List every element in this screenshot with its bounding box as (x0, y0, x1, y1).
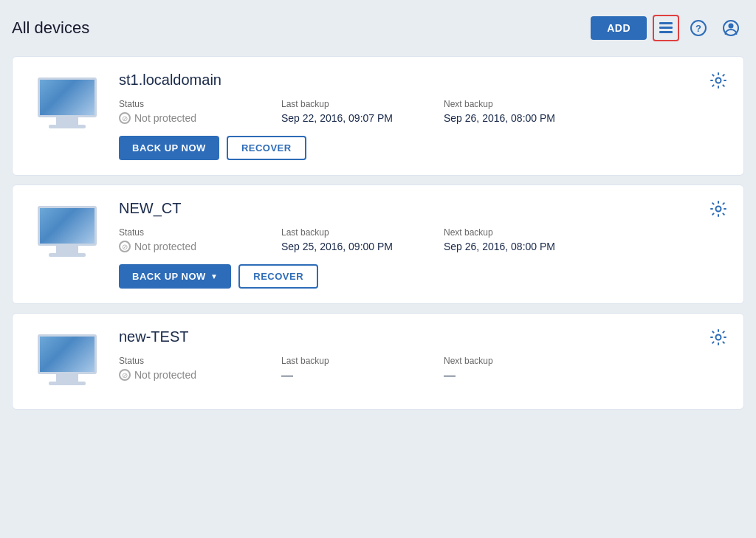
list-view-button[interactable] (653, 15, 679, 41)
app-container: All devices ADD ? (0, 0, 756, 538)
last-backup-value-1: Sep 22, 2016, 09:07 PM (281, 112, 444, 124)
monitor-image-3 (38, 334, 97, 385)
last-backup-value-3: — (281, 369, 444, 382)
status-value-1: ⊘ Not protected (119, 112, 281, 124)
device-card-3: new-TEST Status ⊘ Not protected Last bac… (12, 313, 744, 410)
backup-dropdown-chevron-2: ▼ (210, 272, 218, 280)
next-backup-value-2: Sep 26, 2016, 08:00 PM (444, 241, 606, 252)
recover-button-1[interactable]: RECOVER (227, 136, 306, 160)
profile-button[interactable] (718, 15, 744, 41)
no-protection-icon-1: ⊘ (119, 112, 131, 124)
device-icon-2 (30, 200, 104, 257)
profile-icon (723, 20, 739, 36)
svg-rect-0 (659, 22, 673, 24)
last-backup-label-2: Last backup (281, 227, 444, 238)
settings-button-2[interactable] (708, 199, 729, 219)
status-label-2: Status (119, 227, 281, 238)
device-name-2: NEW_CT (119, 200, 726, 217)
svg-rect-1 (659, 27, 673, 29)
svg-rect-2 (659, 31, 673, 33)
settings-button-3[interactable] (708, 327, 729, 348)
monitor-image-2 (38, 206, 97, 257)
recover-button-2[interactable]: RECOVER (238, 264, 318, 289)
backup-now-button-2[interactable]: BACK UP NOW ▼ (119, 264, 231, 289)
device-info-3: new-TEST Status ⊘ Not protected Last bac… (119, 328, 726, 394)
device-info-2: NEW_CT Status ⊘ Not protected Last backu… (119, 200, 726, 289)
device-card-1: st1.localdomain Status ⊘ Not protected L… (12, 56, 744, 176)
device-stats-3: Status ⊘ Not protected Last backup — Nex… (119, 356, 726, 382)
gear-icon-1 (710, 72, 726, 89)
device-stats-1: Status ⊘ Not protected Last backup Sep 2… (119, 99, 726, 124)
next-backup-col-2: Next backup Sep 26, 2016, 08:00 PM (444, 227, 606, 252)
last-backup-label-1: Last backup (281, 99, 444, 109)
help-icon: ? (690, 20, 707, 36)
next-backup-label-1: Next backup (444, 99, 606, 109)
add-button[interactable]: ADD (591, 16, 647, 40)
last-backup-col-2: Last backup Sep 25, 2016, 09:00 PM (281, 227, 444, 252)
svg-point-8 (716, 207, 721, 212)
status-label-3: Status (119, 356, 281, 366)
device-icon-3 (30, 328, 104, 385)
last-backup-value-2: Sep 25, 2016, 09:00 PM (281, 241, 444, 252)
no-protection-icon-3: ⊘ (119, 369, 131, 381)
help-button[interactable]: ? (685, 15, 712, 41)
backup-now-button-1[interactable]: BACK UP NOW (119, 136, 219, 160)
gear-icon-3 (710, 329, 726, 345)
list-icon (659, 22, 673, 34)
last-backup-label-3: Last backup (281, 356, 444, 366)
status-label-1: Status (119, 99, 281, 109)
svg-point-6 (729, 24, 734, 29)
status-col-2: Status ⊘ Not protected (119, 227, 281, 252)
device-info-1: st1.localdomain Status ⊘ Not protected L… (119, 72, 726, 160)
device-actions-2: BACK UP NOW ▼ RECOVER (119, 264, 726, 289)
settings-button-1[interactable] (708, 70, 729, 91)
next-backup-value-3: — (444, 369, 606, 382)
status-value-3: ⊘ Not protected (119, 369, 281, 381)
header-actions: ADD ? (591, 15, 744, 41)
svg-text:?: ? (695, 23, 701, 34)
header: All devices ADD ? (12, 12, 744, 44)
device-name-1: st1.localdomain (119, 72, 726, 89)
last-backup-col-1: Last backup Sep 22, 2016, 09:07 PM (281, 99, 444, 124)
status-value-2: ⊘ Not protected (119, 241, 281, 252)
monitor-image-1 (38, 77, 97, 128)
status-col-3: Status ⊘ Not protected (119, 356, 281, 382)
next-backup-value-1: Sep 26, 2016, 08:00 PM (444, 112, 606, 124)
gear-icon-2 (710, 201, 726, 217)
device-actions-1: BACK UP NOW RECOVER (119, 136, 726, 160)
next-backup-col-1: Next backup Sep 26, 2016, 08:00 PM (444, 99, 606, 124)
svg-point-7 (716, 78, 721, 83)
no-protection-icon-2: ⊘ (119, 241, 131, 252)
device-name-3: new-TEST (119, 328, 726, 345)
next-backup-col-3: Next backup — (444, 356, 606, 382)
next-backup-label-2: Next backup (444, 227, 606, 238)
svg-point-9 (716, 335, 721, 340)
device-stats-2: Status ⊘ Not protected Last backup Sep 2… (119, 227, 726, 252)
page-title: All devices (12, 18, 89, 38)
last-backup-col-3: Last backup — (281, 356, 444, 382)
backup-now-label-2: BACK UP NOW (132, 271, 206, 282)
status-col-1: Status ⊘ Not protected (119, 99, 281, 124)
devices-list: st1.localdomain Status ⊘ Not protected L… (12, 56, 744, 410)
device-icon-1 (30, 72, 104, 128)
device-card-2: NEW_CT Status ⊘ Not protected Last backu… (12, 184, 744, 304)
next-backup-label-3: Next backup (444, 356, 606, 366)
